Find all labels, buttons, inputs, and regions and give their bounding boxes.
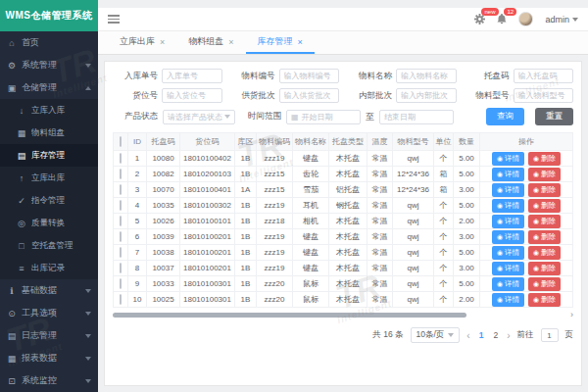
row-checkbox[interactable] — [120, 247, 122, 258]
delete-button[interactable]: ◉删除 — [528, 168, 561, 181]
detail-button[interactable]: ◉详情 — [492, 183, 524, 197]
detail-label: 详情 — [505, 154, 519, 164]
sidebar-subitem-指令管理[interactable]: ✓指令管理 — [0, 189, 98, 212]
detail-button[interactable]: ◉详情 — [492, 152, 524, 166]
cell-unit: 个 — [434, 198, 454, 214]
sidebar-item-基础数据[interactable]: ℹ基础数据 — [0, 279, 98, 302]
avatar[interactable] — [518, 12, 533, 26]
delete-button[interactable]: ◉删除 — [528, 230, 561, 244]
base-data-icon: ℹ — [7, 286, 17, 296]
close-tab-icon[interactable]: × — [228, 37, 233, 47]
goto-page-input[interactable] — [541, 328, 559, 342]
page-size-select[interactable]: 10条/页 — [411, 327, 461, 343]
delete-button[interactable]: ◉删除 — [528, 262, 561, 275]
cell-location: 18010100401 — [180, 182, 235, 198]
detail-button[interactable]: ◉详情 — [492, 246, 524, 260]
column-header-托盘码: 托盘码 — [147, 133, 180, 151]
search-button[interactable]: 查询 — [486, 108, 524, 125]
sidebar-subitem-库存管理[interactable]: ▤库存管理 — [0, 144, 98, 167]
scroll-right-icon[interactable]: › — [570, 310, 573, 319]
detail-button[interactable]: ◉详情 — [492, 293, 524, 307]
settings-button[interactable]: new — [474, 14, 485, 24]
cell-actions: ◉详情◉删除 — [480, 229, 573, 245]
delete-button[interactable]: ◉删除 — [528, 199, 561, 213]
cell-area: 1B — [235, 245, 257, 261]
collapse-sidebar-icon[interactable] — [108, 13, 120, 25]
tab-物料组盘[interactable]: 物料组盘× — [176, 31, 245, 54]
detail-button[interactable]: ◉详情 — [492, 199, 524, 213]
row-checkbox[interactable] — [120, 184, 122, 195]
row-checkbox[interactable] — [120, 216, 122, 226]
tab-立库出库[interactable]: 立库出库× — [108, 31, 176, 54]
delete-icon: ◉ — [533, 233, 539, 241]
delete-button[interactable]: ◉删除 — [528, 152, 561, 166]
sidebar-subitem-出库记录[interactable]: ≡出库记录 — [0, 257, 98, 279]
sidebar-subitem-质量转换[interactable]: ◎质量转换 — [0, 212, 98, 234]
cell-temp: 常温 — [368, 151, 393, 167]
sidebar-subitem-立库出库[interactable]: ↑立库出库 — [0, 167, 98, 189]
column-header-托盘类型: 托盘类型 — [329, 133, 368, 151]
sidebar-subitem-立库入库[interactable]: ↓立库入库 — [0, 99, 98, 122]
入库单号-input[interactable] — [162, 69, 222, 83]
row-checkbox[interactable] — [120, 153, 122, 164]
delete-button[interactable]: ◉删除 — [528, 293, 561, 307]
row-checkbox[interactable] — [120, 200, 122, 211]
scrollbar-thumb[interactable] — [113, 313, 466, 318]
next-page-button[interactable]: › — [507, 330, 510, 341]
reset-button[interactable]: 重置 — [535, 108, 573, 125]
sidebar-item-系统管理[interactable]: ⚙系统管理 — [0, 54, 98, 76]
cell-mat_code: zzz20 — [257, 276, 293, 292]
供货批次-input[interactable] — [279, 88, 340, 103]
内部批次-input[interactable] — [396, 88, 457, 103]
货位号-input[interactable] — [162, 88, 222, 103]
sidebar-item-工具选项[interactable]: ⊙工具选项 — [0, 302, 98, 324]
date-end-input[interactable]: 结束日期 — [379, 110, 454, 124]
sidebar-item-系统监控[interactable]: ⊡系统监控 — [0, 369, 98, 392]
prev-page-button[interactable]: ‹ — [466, 330, 469, 341]
page-button-2[interactable]: 2 — [491, 330, 500, 340]
filter-field-托盘码: 托盘码 — [465, 69, 574, 83]
column-header-物料型号: 物料型号 — [393, 133, 434, 151]
row-checkbox[interactable] — [120, 231, 122, 242]
delete-button[interactable]: ◉删除 — [528, 246, 561, 260]
detail-button[interactable]: ◉详情 — [492, 215, 524, 228]
date-start-input[interactable]: ▦ 开始日期 — [286, 110, 361, 124]
delete-button[interactable]: ◉删除 — [528, 277, 561, 291]
row-checkbox[interactable] — [120, 278, 122, 289]
close-tab-icon[interactable]: × — [160, 37, 165, 47]
page-button-1[interactable]: 1 — [477, 330, 486, 340]
cell-unit: 个 — [434, 214, 454, 229]
detail-button[interactable]: ◉详情 — [492, 168, 524, 181]
notifications-button[interactable]: 12 — [497, 14, 507, 24]
detail-button[interactable]: ◉详情 — [492, 277, 524, 291]
product-status-select[interactable]: 请选择产品状态 — [163, 110, 235, 124]
detail-button[interactable]: ◉详情 — [492, 262, 524, 275]
user-menu[interactable]: admin — [545, 15, 578, 24]
sidebar-subitem-物料组盘[interactable]: ▦物料组盘 — [0, 122, 98, 144]
sidebar-item-日志管理[interactable]: ▤日志管理 — [0, 324, 98, 347]
close-tab-icon[interactable]: × — [298, 37, 303, 47]
page-suffix: 页 — [565, 329, 574, 341]
detail-button[interactable]: ◉详情 — [492, 230, 524, 244]
物料编号-input[interactable] — [279, 69, 340, 83]
sidebar-item-仓储管理[interactable]: ▣仓储管理 — [0, 76, 98, 99]
sidebar-subitem-空托盘管理[interactable]: □空托盘管理 — [0, 234, 98, 257]
horizontal-scrollbar[interactable] — [113, 313, 566, 318]
select-all-checkbox[interactable] — [120, 136, 122, 147]
monitor-icon: ⊡ — [7, 376, 17, 386]
row-checkbox[interactable] — [120, 263, 122, 273]
delete-button[interactable]: ◉删除 — [528, 215, 561, 228]
物料名称-input[interactable] — [396, 69, 457, 83]
row-checkbox[interactable] — [120, 169, 122, 179]
sidebar-item-报表数据[interactable]: ▦报表数据 — [0, 347, 98, 369]
cell-pallet: 10082 — [147, 167, 180, 182]
托盘码-input[interactable] — [514, 69, 574, 83]
tab-库存管理[interactable]: 库存管理× — [246, 31, 315, 54]
sidebar-item-首页[interactable]: ⌂首页 — [0, 31, 98, 54]
detail-label: 详情 — [505, 295, 519, 305]
物料型号-input[interactable] — [514, 88, 574, 103]
row-checkbox[interactable] — [120, 294, 122, 305]
notifications-badge: 12 — [504, 8, 516, 16]
pagination: 共 16 条 10条/页 ‹ 12 › 前往 页 — [113, 327, 573, 343]
delete-button[interactable]: ◉删除 — [528, 183, 561, 197]
